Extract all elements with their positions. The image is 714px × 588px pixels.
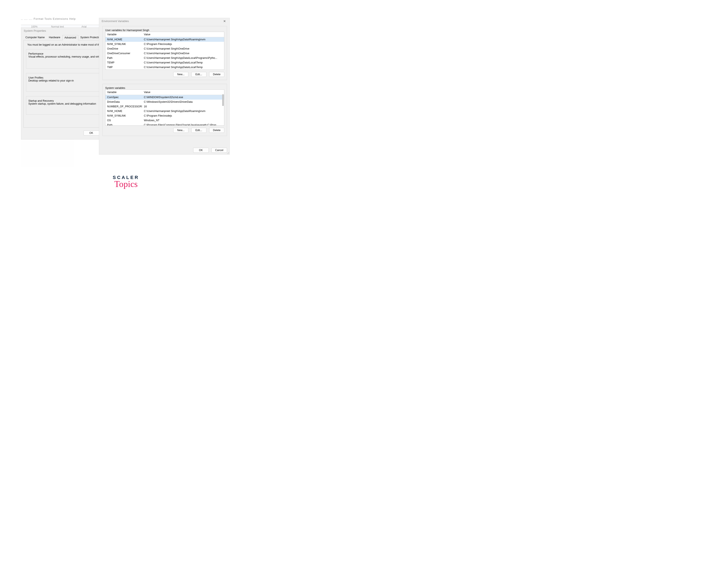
cell-variable: NVM_SYMLINK [105, 114, 142, 118]
cell-value: C:\Users\Harmanpreet Singh\AppData\Roami… [142, 109, 224, 113]
cell-variable: NUMBER_OF_PROCESSORS [105, 105, 142, 108]
user-col-variable[interactable]: Variable [105, 32, 142, 37]
cell-variable: ComSpec [105, 96, 142, 99]
cell-variable: NVM_HOME [105, 38, 142, 41]
table-row[interactable]: PathC:\Program Files\Common Files\Oracle… [105, 123, 224, 126]
cell-variable: OS [105, 119, 142, 122]
envvars-ok-button[interactable]: OK [193, 148, 209, 153]
cell-variable: OneDrive [105, 47, 142, 50]
table-row[interactable]: DriverDataC:\Windows\System32\Drivers\Dr… [105, 100, 224, 104]
sys-col-variable[interactable]: Variable [105, 90, 142, 95]
cell-value: 16 [142, 105, 224, 108]
background-editor-menu: .. .... .... Format Tools Extensions Hel… [21, 17, 75, 20]
table-row[interactable]: NVM_SYMLINKC:\Program Files\nodejs [105, 42, 224, 46]
cell-variable: NVM_HOME [105, 109, 142, 113]
table-row[interactable]: TEMPC:\Users\Harmanpreet Singh\AppData\L… [105, 60, 224, 65]
cell-value: C:\WINDOWS\system32\cmd.exe [142, 96, 224, 99]
table-row[interactable]: NUMBER_OF_PROCESSORS16 [105, 104, 224, 109]
cell-value: Windows_NT [142, 119, 224, 122]
cell-variable: TMP [105, 65, 142, 69]
cell-value: C:\Users\Harmanpreet Singh\AppData\Local… [142, 61, 224, 64]
cell-value: C:\Program Files\Common Files\Oracle\Jav… [142, 123, 224, 126]
table-row[interactable]: PathC:\Users\Harmanpreet Singh\AppData\L… [105, 56, 224, 60]
startup-legend: Startup and Recovery [28, 99, 54, 102]
tab-computer-name[interactable]: Computer Name [23, 35, 47, 40]
user-variables-group: User variables for Harmanpreet Singh Var… [103, 26, 227, 80]
cell-variable: DriverData [105, 100, 142, 104]
cell-variable: Path [105, 56, 142, 60]
sysprops-ok-button[interactable]: OK [84, 130, 99, 135]
table-row[interactable]: OSWindows_NT [105, 118, 224, 123]
cell-variable: Path [105, 123, 142, 126]
user-col-value[interactable]: Value [142, 32, 224, 37]
cell-value: C:\Users\Harmanpreet Singh\OneDrive [142, 51, 224, 55]
cell-variable: TEMP [105, 61, 142, 64]
envvars-cancel-button[interactable]: Cancel [212, 148, 227, 153]
table-row[interactable]: OneDriveConsumerC:\Users\Harmanpreet Sin… [105, 51, 224, 56]
cell-variable: NVM_SYMLINK [105, 42, 142, 46]
system-variables-list[interactable]: Variable Value ComSpecC:\WINDOWS\system3… [105, 89, 224, 126]
cell-value: C:\Program Files\nodejs [142, 114, 224, 118]
envvars-title: Environment Variables [102, 18, 129, 24]
table-row[interactable]: TMPC:\Users\Harmanpreet Singh\AppData\Lo… [105, 65, 224, 69]
cell-value: C:\Users\Harmanpreet Singh\AppData\Local… [142, 65, 224, 69]
sys-col-value[interactable]: Value [142, 90, 224, 95]
cell-variable: OneDriveConsumer [105, 51, 142, 55]
system-variables-group: System variables Variable Value ComSpecC… [103, 84, 227, 136]
system-list-scrollbar[interactable] [222, 94, 224, 106]
cell-value: C:\Program Files\nodejs [142, 42, 224, 46]
table-row[interactable]: NVM_SYMLINKC:\Program Files\nodejs [105, 113, 224, 118]
cell-value: C:\Windows\System32\Drivers\DriverData [142, 100, 224, 104]
user-delete-button[interactable]: Delete [209, 72, 224, 77]
table-row[interactable]: NVM_HOMEC:\Users\Harmanpreet Singh\AppDa… [105, 109, 224, 113]
table-row[interactable]: ComSpecC:\WINDOWS\system32\cmd.exe [105, 95, 224, 100]
sys-new-button[interactable]: New... [173, 128, 188, 133]
table-row[interactable]: OneDriveC:\Users\Harmanpreet Singh\OneDr… [105, 46, 224, 51]
user-new-button[interactable]: New... [173, 72, 188, 77]
cell-value: C:\Users\Harmanpreet Singh\AppData\Roami… [142, 38, 224, 41]
table-row[interactable]: NVM_HOMEC:\Users\Harmanpreet Singh\AppDa… [105, 37, 224, 42]
user-profiles-legend: User Profiles [28, 76, 43, 79]
environment-variables-dialog: Environment Variables ✕ User variables f… [99, 18, 230, 154]
user-variables-list[interactable]: Variable Value NVM_HOMEC:\Users\Harmanpr… [105, 32, 224, 70]
cell-value: C:\Users\Harmanpreet Singh\AppData\Local… [142, 56, 224, 60]
resize-grip-icon[interactable] [226, 151, 229, 154]
scaler-topics-logo: SCALER Topics [0, 175, 252, 189]
user-variables-legend: User variables for Harmanpreet Singh [105, 29, 149, 32]
close-icon[interactable]: ✕ [221, 19, 228, 23]
performance-legend: Performance [28, 52, 43, 55]
sys-delete-button[interactable]: Delete [209, 128, 224, 133]
logo-line2: Topics [0, 179, 252, 189]
tab-hardware[interactable]: Hardware [47, 35, 62, 40]
tab-advanced[interactable]: Advanced [62, 35, 78, 40]
system-variables-legend: System variables [105, 87, 125, 89]
cell-value: C:\Users\Harmanpreet Singh\OneDrive [142, 47, 224, 50]
user-edit-button[interactable]: Edit... [191, 72, 207, 77]
sys-edit-button[interactable]: Edit... [191, 128, 207, 133]
